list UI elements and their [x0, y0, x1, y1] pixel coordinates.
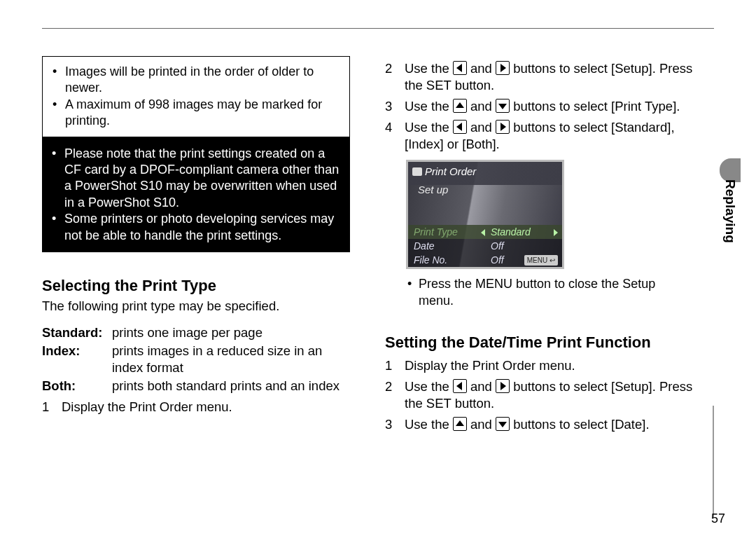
step: 4 Use the and buttons to select [Standar…	[385, 119, 693, 153]
left-arrow-icon	[453, 379, 467, 393]
down-arrow-icon	[496, 417, 510, 431]
left-arrow-icon	[453, 120, 467, 134]
step-number: 4	[385, 119, 395, 153]
left-arrow-icon	[453, 61, 467, 75]
camera-lcd-mock: Print Order Set up Print Type Standard D…	[406, 160, 564, 269]
step-text: Use the and buttons to select [Print Typ…	[405, 98, 693, 115]
right-arrow-icon	[496, 120, 510, 134]
right-arrow-icon	[496, 379, 510, 393]
top-rule	[42, 28, 714, 29]
step-number: 3	[385, 416, 395, 433]
def-term: Index:	[42, 343, 112, 376]
step-text: Display the Print Order menu.	[405, 357, 693, 374]
lcd-row-value: Standard	[485, 226, 556, 238]
step: 3 Use the and buttons to select [Date].	[385, 416, 693, 433]
manual-page: Replaying 57 Images will be printed in t…	[0, 0, 756, 536]
printer-icon	[412, 167, 422, 176]
black-note-box: Please note that the print settings crea…	[42, 137, 350, 252]
def-text: prints one image per page	[112, 324, 350, 341]
def-text: prints both standard prints and an index	[112, 378, 350, 394]
down-arrow-icon	[496, 99, 510, 113]
close-note: Press the MENU button to close the Setup…	[402, 276, 693, 309]
right-column: 2 Use the and buttons to select [Setup].…	[385, 56, 693, 437]
step-text: Use the and buttons to select [Standard]…	[405, 119, 693, 153]
step-number: 3	[385, 98, 395, 115]
right-arrow-icon	[496, 61, 510, 75]
page-number: 57	[711, 511, 725, 526]
thumb-cap	[720, 158, 741, 182]
step: 3 Use the and buttons to select [Print T…	[385, 98, 693, 115]
step-text: Use the and buttons to select [Setup]. P…	[405, 60, 693, 94]
up-arrow-icon	[453, 417, 467, 431]
side-tab-label: Replaying	[722, 179, 738, 243]
step: 1 Display the Print Order menu.	[42, 399, 350, 415]
up-arrow-icon	[453, 99, 467, 113]
note-item: Some printers or photo developing servic…	[52, 211, 340, 244]
print-type-definitions: Standard: prints one image per page Inde…	[42, 324, 350, 394]
lcd-row-label: Date	[414, 240, 485, 252]
step: 2 Use the and buttons to select [Setup].…	[385, 60, 693, 94]
note-item: A maximum of 998 images may be marked fo…	[52, 97, 340, 130]
heading-date-time: Setting the Date/Time Print Function	[385, 333, 693, 353]
side-tab: Replaying	[722, 179, 738, 291]
step-text: Use the and buttons to select [Setup]. P…	[405, 378, 693, 412]
intro-text: The following print type may be specifie…	[42, 298, 350, 315]
def-term: Both:	[42, 378, 112, 394]
step-number: 1	[42, 399, 52, 415]
lcd-setup-label: Set up	[418, 183, 448, 197]
step: 2 Use the and buttons to select [Setup].…	[385, 378, 693, 412]
step-number: 2	[385, 60, 395, 94]
bottom-gutter	[713, 406, 714, 518]
step-text: Use the and buttons to select [Date].	[405, 416, 693, 433]
step-number: 2	[385, 378, 395, 412]
lcd-row-value: Off	[485, 240, 556, 252]
left-column: Images will be printed in the order of o…	[42, 56, 350, 437]
step-text: Display the Print Order menu.	[62, 399, 350, 415]
white-note-box: Images will be printed in the order of o…	[42, 56, 350, 137]
note-item: Images will be printed in the order of o…	[52, 64, 340, 97]
def-term: Standard:	[42, 324, 112, 341]
note-item: Please note that the print settings crea…	[52, 146, 340, 212]
lcd-row-label: File No.	[414, 254, 485, 266]
def-text: prints images in a reduced size in an in…	[112, 343, 350, 376]
lcd-menu-button: MENU ↩	[524, 255, 558, 266]
step-number: 1	[385, 357, 395, 374]
lcd-title: Print Order	[425, 165, 476, 179]
heading-print-type: Selecting the Print Type	[42, 276, 350, 296]
step: 1 Display the Print Order menu.	[385, 357, 693, 374]
